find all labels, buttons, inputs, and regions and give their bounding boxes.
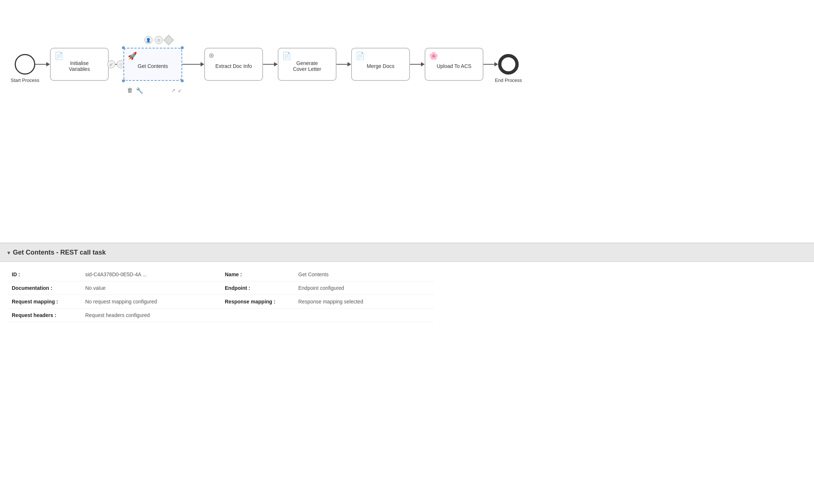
generate-node[interactable]: 📄 GenerateCover Letter (278, 48, 336, 81)
arrow-7 (483, 62, 498, 66)
field-reqmap-value: No request mapping configured (81, 295, 220, 309)
resize-br[interactable] (181, 79, 184, 82)
bottom-panel: ▾ Get Contents - REST call task ID : sid… (0, 242, 814, 328)
ctx-diamond-icon[interactable] (163, 35, 174, 45)
field-name-label: Name : (220, 268, 294, 281)
field-name-value: Get Contents (294, 268, 433, 281)
ctx-expand-icon[interactable]: ↙ (107, 60, 115, 68)
bottom-corner-icons: ↗ ↙ (171, 87, 182, 93)
generate-task-box[interactable]: 📄 GenerateCover Letter (278, 48, 336, 81)
initialise-label: InitialiseVariables (66, 60, 93, 72)
arrow-6 (410, 62, 425, 66)
process-flow: Start Process 📄 InitialiseVariables (15, 48, 519, 81)
panel-header[interactable]: ▾ Get Contents - REST call task (0, 244, 814, 262)
start-label: Start Process (3, 78, 47, 83)
field-reqmap-label: Request mapping : (7, 295, 81, 309)
upload-icon: 🌸 (429, 51, 438, 60)
extract-task-box[interactable]: ⊛ Extract Doc Info (204, 48, 263, 81)
merge-task-box[interactable]: 📄 Merge Docs (351, 48, 410, 81)
arrow-5 (336, 62, 351, 66)
arrow-1 (35, 62, 50, 66)
get-contents-label: Get Contents (135, 63, 171, 69)
ctx-person-icon[interactable]: 👤 (144, 36, 152, 44)
context-icons-top: 👤 ○ (144, 36, 172, 44)
get-contents-icon: 🚀 (128, 51, 137, 60)
field-resmap-label: Response mapping : (220, 295, 294, 309)
field-endpoint-value: Endpoint configured (294, 281, 433, 295)
field-doc-value: No value (81, 281, 220, 295)
extract-label: Extract Doc Info (212, 63, 255, 69)
field-reqheaders-value: Request headers configured (81, 309, 220, 322)
get-contents-node[interactable]: 👤 ○ ↙ ○ 🚀 Get Contents (123, 48, 182, 81)
expand-icon[interactable]: ↗ (171, 87, 176, 93)
merge-node[interactable]: 📄 Merge Docs (351, 48, 410, 81)
arrow-4 (263, 62, 278, 66)
process-canvas: Start Process 📄 InitialiseVariables (0, 0, 814, 242)
upload-label: Upload To ACS (434, 63, 475, 69)
generate-label: GenerateCover Letter (290, 60, 324, 72)
extract-node[interactable]: ⊛ Extract Doc Info (204, 48, 263, 81)
generate-icon: 📄 (282, 51, 291, 60)
field-empty-value (294, 309, 433, 322)
initialise-icon: 📄 (54, 51, 64, 60)
initialise-task-box[interactable]: 📄 InitialiseVariables (50, 48, 109, 81)
merge-icon: 📄 (356, 51, 365, 60)
extract-icon: ⊛ (209, 51, 214, 60)
field-resmap-value: Response mapping selected (294, 295, 433, 309)
arrow-3 (182, 62, 204, 66)
field-id-value: sid-C4A378D0-0E5D-4A ... (81, 268, 220, 281)
end-inner-circle (500, 56, 516, 72)
panel-title: Get Contents - REST call task (13, 249, 106, 256)
field-doc-label: Documentation : (7, 281, 81, 295)
end-node: End Process (498, 54, 519, 75)
settings-icon[interactable]: 🔧 (136, 87, 143, 94)
ctx-circle-icon[interactable]: ○ (155, 36, 163, 44)
context-icons-left: ↙ ○ (107, 60, 125, 68)
merge-label: Merge Docs (364, 63, 397, 69)
field-endpoint-label: Endpoint : (220, 281, 294, 295)
end-label: End Process (486, 78, 530, 83)
field-id-label: ID : (7, 268, 81, 281)
panel-chevron[interactable]: ▾ (7, 250, 10, 256)
field-reqheaders-label: Request headers : (7, 309, 81, 322)
delete-icon[interactable]: 🗑 (127, 87, 133, 94)
collapse-icon[interactable]: ↙ (178, 87, 182, 93)
end-circle (498, 54, 519, 75)
field-empty-label (220, 309, 294, 322)
panel-body: ID : sid-C4A378D0-0E5D-4A ... Name : Get… (0, 262, 814, 328)
panel-grid: ID : sid-C4A378D0-0E5D-4A ... Name : Get… (7, 268, 807, 322)
upload-node[interactable]: 🌸 Upload To ACS (425, 48, 483, 81)
bottom-icons: 🗑 🔧 (127, 87, 143, 94)
start-circle (15, 54, 35, 75)
initialise-node[interactable]: 📄 InitialiseVariables (50, 48, 109, 81)
upload-task-box[interactable]: 🌸 Upload To ACS (425, 48, 483, 81)
get-contents-task-box[interactable]: 🚀 Get Contents (123, 48, 182, 81)
start-node: Start Process (15, 54, 35, 75)
